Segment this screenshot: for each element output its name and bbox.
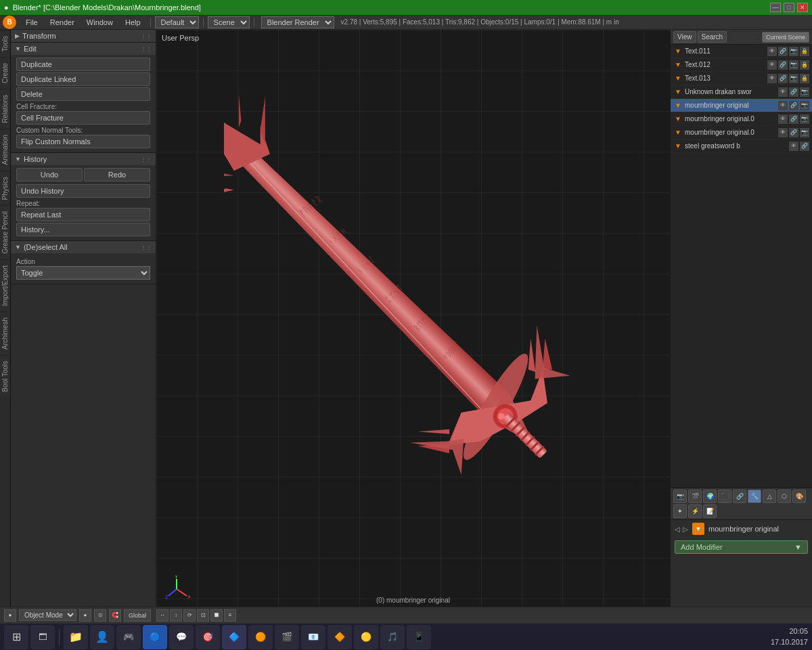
sb-icon6[interactable]: ≡ — [224, 609, 236, 622]
text011-lock[interactable]: 🔒 — [800, 47, 809, 56]
prop-world-btn[interactable]: 🌍 — [703, 490, 717, 503]
text013-eye[interactable]: 👁 — [767, 74, 777, 83]
sb-pivot-btn[interactable]: ⊙ — [94, 609, 106, 622]
tb-app2[interactable]: 🎯 — [196, 625, 220, 649]
tab-import-export[interactable]: Import/Export — [0, 259, 10, 311]
prop-modifier-btn[interactable]: 🔧 — [748, 490, 761, 503]
tb-email[interactable]: 📧 — [301, 625, 325, 649]
tab-relations[interactable]: Relations — [0, 89, 10, 129]
tb-user[interactable]: 👤 — [90, 625, 114, 649]
scene-item-text011[interactable]: ▼ Text.011 👁 🔗 📷 🔒 — [671, 45, 812, 58]
mournbringer3-link[interactable]: 🔗 — [789, 128, 798, 137]
scene-item-text012[interactable]: ▼ Text.012 👁 🔗 📷 🔒 — [671, 58, 812, 72]
close-button[interactable]: ✕ — [797, 3, 808, 12]
sb-icon5[interactable]: 🔲 — [210, 609, 223, 622]
tab-animation[interactable]: Animation — [0, 129, 10, 170]
scene-select[interactable]: Scene — [208, 16, 250, 28]
sb-icon2[interactable]: ↕ — [170, 609, 182, 622]
menu-render[interactable]: Render — [45, 17, 80, 28]
text012-eye[interactable]: 👁 — [767, 60, 777, 70]
flip-normals-btn[interactable]: Flip Custom Normals — [16, 135, 150, 148]
text011-eye[interactable]: 👁 — [767, 47, 777, 56]
prop-physics-btn[interactable]: ⚡ — [688, 504, 702, 518]
mournbringer2-eye[interactable]: 👁 — [778, 114, 788, 124]
mournbringer2-cam[interactable]: 📷 — [800, 114, 809, 124]
mournbringer-eye[interactable]: 👁 — [778, 101, 788, 110]
prop-camera-btn[interactable]: 📷 — [673, 490, 687, 503]
sb-global-btn[interactable]: Global — [124, 609, 151, 622]
sb-sphere-btn[interactable]: ● — [79, 609, 91, 622]
mournbringer-cam[interactable]: 📷 — [800, 101, 809, 110]
mournbringer3-eye[interactable]: 👁 — [778, 128, 788, 137]
cell-fracture-btn[interactable]: Cell Fracture — [16, 111, 150, 125]
tb-start-btn[interactable]: ⊞ — [4, 625, 28, 649]
tab-bool-tools[interactable]: Bool Tools — [0, 355, 10, 397]
tb-app5[interactable]: 🟡 — [354, 625, 378, 649]
view-btn[interactable]: View — [673, 31, 696, 43]
prop-constraints-btn[interactable]: 🔗 — [733, 490, 746, 503]
deselect-header[interactable]: ▼ (De)select All ⋮⋮ — [11, 241, 156, 253]
tab-create[interactable]: Create — [0, 57, 10, 89]
tb-music[interactable]: 🎵 — [380, 625, 405, 649]
menu-file[interactable]: File — [20, 17, 43, 28]
history-btn[interactable]: History... — [16, 223, 150, 236]
sb-icon3[interactable]: ⟳ — [183, 609, 196, 622]
transform-header[interactable]: ▶ Transform ⋮⋮ — [11, 30, 156, 42]
menu-window[interactable]: Window — [81, 17, 118, 28]
prop-script-btn[interactable]: 📝 — [703, 504, 717, 518]
prop-material-btn[interactable]: ⬡ — [777, 490, 791, 503]
prop-scene-btn[interactable]: 🎬 — [688, 490, 702, 503]
duplicate-linked-btn[interactable]: Duplicate Linked — [16, 72, 150, 86]
tb-explorer[interactable]: 📁 — [64, 625, 88, 649]
redo-btn[interactable]: Redo — [84, 168, 150, 181]
current-scene-btn[interactable]: Current Scene — [762, 32, 809, 43]
steel-eye[interactable]: 👁 — [789, 142, 798, 151]
scene-item-mournbringer3[interactable]: ▼ mournbringer original.0 👁 🔗 📷 — [671, 126, 812, 139]
steel-link[interactable]: 🔗 — [800, 142, 809, 151]
duplicate-btn[interactable]: Duplicate — [16, 58, 150, 71]
undo-btn[interactable]: Undo — [16, 168, 83, 181]
edit-header[interactable]: ▼ Edit ⋮⋮ — [11, 43, 156, 55]
prop-texture-btn[interactable]: 🎨 — [792, 490, 806, 503]
tb-task-view[interactable]: 🗔 — [30, 625, 55, 649]
tb-blender[interactable]: 🔷 — [222, 625, 246, 649]
repeat-last-btn[interactable]: Repeat Last — [16, 208, 150, 221]
search-btn[interactable]: Search — [698, 31, 727, 43]
sb-snap-btn[interactable]: 🧲 — [109, 609, 121, 622]
tb-movie[interactable]: 🎬 — [275, 625, 299, 649]
sb-icon1[interactable]: ↔ — [156, 609, 168, 622]
viewport[interactable]: User Persp — [156, 30, 670, 623]
mournbringer-link[interactable]: 🔗 — [789, 101, 798, 110]
text013-link[interactable]: 🔗 — [778, 74, 788, 83]
tab-grease-pencil[interactable]: Grease Pencil — [0, 205, 10, 259]
mode-select[interactable]: Object Mode — [19, 609, 76, 621]
undo-history-btn[interactable]: Undo History — [16, 184, 150, 198]
tb-app3[interactable]: 🟠 — [248, 625, 273, 649]
delete-btn[interactable]: Delete — [16, 87, 150, 101]
tab-archimesh[interactable]: Archimesh — [0, 311, 10, 355]
sb-logo-btn[interactable]: ● — [4, 609, 16, 622]
tb-app1[interactable]: 🔵 — [143, 625, 167, 649]
tb-discord[interactable]: 💬 — [169, 625, 194, 649]
prop-particles-btn[interactable]: ✦ — [673, 504, 687, 518]
sb-icon4[interactable]: ⊡ — [197, 609, 209, 622]
engine-select[interactable]: Blender Render — [261, 16, 334, 28]
scene-item-mournbringer[interactable]: ▼ mournbringer original 👁 🔗 📷 — [671, 99, 812, 112]
text011-cam[interactable]: 📷 — [789, 47, 798, 56]
text013-cam[interactable]: 📷 — [789, 74, 798, 83]
tb-game[interactable]: 🎮 — [116, 625, 141, 649]
text012-lock[interactable]: 🔒 — [800, 60, 809, 70]
minimize-button[interactable]: — — [770, 3, 781, 12]
scene-item-mournbringer2[interactable]: ▼ mournbringer original.0 👁 🔗 📷 — [671, 112, 812, 126]
add-modifier-btn[interactable]: Add Modifier ▼ — [675, 540, 808, 554]
drakan-link[interactable]: 🔗 — [789, 87, 798, 97]
menu-help[interactable]: Help — [120, 17, 146, 28]
scene-item-drakan[interactable]: ▼ Unknown drakan swor 👁 🔗 📷 — [671, 85, 812, 99]
tab-tools[interactable]: Tools — [0, 30, 10, 57]
history-header[interactable]: ▼ History ⋮⋮ — [11, 153, 156, 165]
maximize-button[interactable]: □ — [784, 3, 794, 12]
text012-cam[interactable]: 📷 — [789, 60, 798, 70]
action-select[interactable]: Toggle — [16, 266, 150, 280]
tb-app4[interactable]: 🔶 — [328, 625, 352, 649]
prop-data-btn[interactable]: △ — [763, 490, 776, 503]
